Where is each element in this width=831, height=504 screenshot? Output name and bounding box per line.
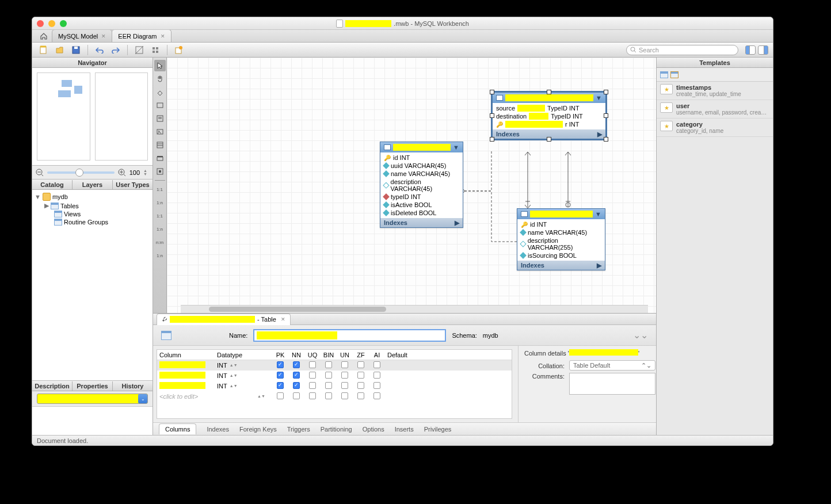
bt-partitioning[interactable]: Partitioning bbox=[321, 426, 352, 433]
editor-tab[interactable]: - Table ✕ bbox=[157, 314, 291, 325]
tree-routines[interactable]: Routine Groups bbox=[32, 218, 153, 226]
view-tool[interactable] bbox=[154, 152, 166, 164]
rel-1-n-nonid[interactable]: 1:n bbox=[154, 197, 166, 208]
close-icon[interactable]: ✕ bbox=[281, 316, 285, 322]
editor-tab-bar: - Table ✕ bbox=[153, 314, 656, 325]
bt-columns[interactable]: Columns bbox=[159, 423, 196, 434]
table-template-alt-icon[interactable] bbox=[670, 71, 678, 78]
tree-db[interactable]: ▼mydb bbox=[32, 192, 153, 201]
open-button[interactable] bbox=[53, 44, 67, 56]
tree-views[interactable]: Views bbox=[32, 210, 153, 218]
table-template-icon[interactable] bbox=[660, 71, 668, 78]
svg-line-15 bbox=[41, 174, 43, 176]
object-select[interactable]: ⌄ bbox=[32, 391, 153, 406]
grid-toggle-button[interactable] bbox=[132, 44, 146, 56]
erd-table-1[interactable]: ▼ 🔑id INT uuid VARCHAR(45) name VARCHAR(… bbox=[380, 142, 463, 228]
routine-tool[interactable] bbox=[154, 166, 166, 177]
table-icon bbox=[161, 331, 171, 340]
zoom-stepper[interactable]: ▲▼ bbox=[143, 169, 149, 177]
tab-eer-diagram[interactable]: EER Diagram✕ bbox=[112, 29, 171, 42]
save-button[interactable] bbox=[69, 44, 83, 56]
tab-layers[interactable]: Layers bbox=[73, 180, 113, 189]
close-icon[interactable]: ✕ bbox=[101, 33, 106, 39]
rel-1-1-id[interactable]: 1:1 bbox=[154, 210, 166, 222]
column-row[interactable]: INT▲▼ bbox=[157, 371, 512, 381]
undo-button[interactable] bbox=[93, 44, 106, 56]
zoom-slider[interactable] bbox=[47, 171, 115, 174]
image-tool[interactable] bbox=[154, 126, 166, 138]
main-area: Navigator 100 ▲▼ Catalog Layers User T bbox=[32, 58, 773, 435]
rel-1-n-id[interactable]: 1:n bbox=[154, 223, 166, 235]
key-icon: 🔑 bbox=[384, 155, 391, 161]
editor-bottom-tabs: Columns Indexes Foreign Keys Triggers Pa… bbox=[153, 422, 656, 435]
table-tool[interactable] bbox=[154, 139, 166, 151]
zoom-window-icon[interactable] bbox=[60, 20, 67, 27]
zoom-out-icon[interactable] bbox=[36, 169, 44, 177]
svg-point-11 bbox=[631, 47, 635, 51]
close-icon[interactable]: ✕ bbox=[161, 33, 165, 39]
bt-triggers[interactable]: Triggers bbox=[287, 426, 310, 433]
redo-button[interactable] bbox=[109, 44, 123, 56]
collation-select[interactable]: Table Default⌃⌄ bbox=[569, 360, 655, 371]
bt-fk[interactable]: Foreign Keys bbox=[239, 426, 277, 433]
bt-indexes[interactable]: Indexes bbox=[207, 426, 229, 433]
rel-n-m[interactable]: n:m bbox=[154, 236, 166, 248]
bt-privileges[interactable]: Privileges bbox=[424, 426, 452, 433]
columns-table[interactable]: Column Datatype PK NN UQ BIN UN ZF AI De… bbox=[157, 349, 512, 419]
template-item-timestamps[interactable]: ★ timestampscreate_time, update_time bbox=[657, 82, 773, 100]
column-row[interactable]: INT▲▼ bbox=[157, 381, 512, 391]
rel-1-n-pick[interactable]: 1:n bbox=[154, 250, 166, 261]
diagram-canvas[interactable]: ▼ 🔑id INT uuid VARCHAR(45) name VARCHAR(… bbox=[167, 58, 656, 313]
note-tool[interactable] bbox=[154, 113, 166, 124]
chevron-right-icon[interactable]: ▶ bbox=[455, 219, 459, 227]
tree-tables[interactable]: ▶Tables bbox=[32, 201, 153, 210]
hand-tool[interactable] bbox=[154, 73, 166, 85]
new-document-button[interactable] bbox=[37, 44, 51, 56]
tab-description[interactable]: Description bbox=[32, 381, 73, 391]
toggle-right-panel-button[interactable] bbox=[758, 45, 768, 55]
column-row[interactable]: INT▲▼ bbox=[157, 360, 512, 371]
toggle-left-panel-button[interactable] bbox=[745, 45, 756, 55]
tab-history[interactable]: History bbox=[113, 381, 153, 391]
close-window-icon[interactable] bbox=[37, 20, 44, 27]
pointer-tool[interactable] bbox=[154, 60, 166, 71]
erd-table-3[interactable]: ▼ 🔑id INT name VARCHAR(45) description V… bbox=[517, 208, 605, 270]
column-row-new[interactable]: <click to edit> ▲▼ bbox=[157, 391, 512, 402]
template-item-user[interactable]: ★ userusername, email, password, crea… bbox=[657, 100, 773, 119]
star-icon: ★ bbox=[660, 121, 673, 131]
horizontal-scrollbar[interactable] bbox=[181, 305, 648, 313]
export-button[interactable] bbox=[172, 44, 186, 56]
tab-catalog[interactable]: Catalog bbox=[32, 180, 73, 189]
navigator-preview[interactable] bbox=[32, 68, 153, 166]
chevron-down-icon[interactable]: ▼ bbox=[595, 211, 601, 217]
bt-inserts[interactable]: Inserts bbox=[395, 426, 414, 433]
catalog-tree[interactable]: ▼mydb ▶Tables Views Routine Groups bbox=[32, 190, 153, 380]
zoom-control: 100 ▲▼ bbox=[32, 166, 153, 180]
chevron-right-icon[interactable]: ▶ bbox=[597, 262, 601, 269]
minimize-window-icon[interactable] bbox=[48, 20, 55, 27]
tab-mysql-model[interactable]: MySQL Model✕ bbox=[52, 29, 112, 42]
rel-1-1-nonid[interactable]: 1:1 bbox=[154, 184, 166, 195]
eraser-tool[interactable] bbox=[154, 86, 166, 98]
expand-icon[interactable]: ⌄⌄ bbox=[633, 330, 648, 341]
home-button[interactable] bbox=[36, 30, 52, 42]
search-input[interactable]: Search bbox=[626, 45, 738, 55]
table-name-input[interactable] bbox=[253, 329, 446, 342]
description-body[interactable] bbox=[32, 406, 153, 435]
erd-table-2[interactable]: ▼ sourceTypeID INT destinationTypeID INT… bbox=[492, 92, 606, 139]
name-label: Name: bbox=[229, 332, 247, 339]
chevron-down-icon[interactable]: ▼ bbox=[596, 94, 602, 101]
align-button[interactable] bbox=[148, 44, 162, 56]
layer-tool[interactable] bbox=[154, 100, 166, 111]
tab-properties[interactable]: Properties bbox=[73, 381, 113, 391]
chevron-right-icon[interactable]: ▶ bbox=[597, 131, 602, 138]
tab-user-types[interactable]: User Types bbox=[113, 180, 153, 189]
zoom-in-icon[interactable] bbox=[118, 169, 126, 177]
svg-rect-8 bbox=[156, 51, 158, 53]
template-toolbar bbox=[657, 68, 773, 82]
bt-options[interactable]: Options bbox=[363, 426, 384, 433]
chevron-down-icon[interactable]: ▼ bbox=[453, 144, 459, 151]
template-item-category[interactable]: ★ categorycategory_id, name bbox=[657, 119, 773, 137]
key-icon: 🔑 bbox=[521, 222, 528, 228]
comments-input[interactable] bbox=[569, 373, 655, 395]
